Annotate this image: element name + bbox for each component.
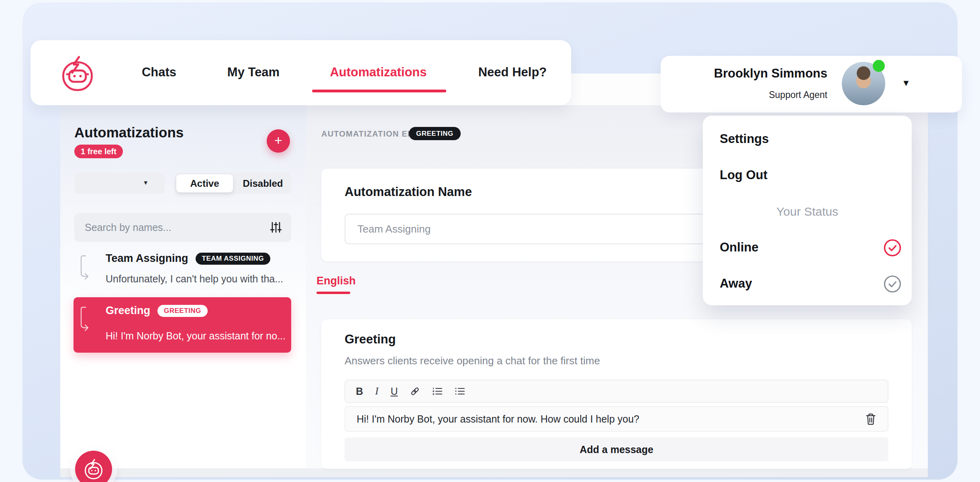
toggle-active[interactable]: Active [176,174,233,192]
active-tab-underline [312,90,446,92]
tab-english[interactable]: English [316,275,356,287]
page: Chats My Team Automatizations Need Help?… [0,0,980,482]
italic-button[interactable]: I [375,386,378,397]
greeting-card-description: Answers clients receive opening a chat f… [345,355,600,367]
your-status-label: Your Status [703,205,912,219]
chevron-down-icon[interactable]: ▼ [902,78,911,88]
nav-item-chats[interactable]: Chats [142,65,176,80]
message-row[interactable]: Hi! I'm Norby Bot, your assistant for no… [345,406,888,432]
menu-item-settings[interactable]: Settings [720,132,769,146]
nav-item-automatizations[interactable]: Automatizations [330,65,427,80]
delete-message-icon[interactable] [865,413,876,425]
add-message-button[interactable]: Add a message [345,437,888,462]
user-dropdown-menu: Settings Log Out Your Status Online Away [703,116,912,305]
automation-title: Team Assigning [106,252,188,265]
user-profile-menu-trigger[interactable]: Brooklyn Simmons Support Agent ▼ [661,56,962,112]
automation-preview: Unfortunately, I can't help you with tha… [106,273,283,285]
menu-item-logout[interactable]: Log Out [720,168,768,182]
top-nav-bar: Chats My Team Automatizations Need Help? [31,40,571,105]
automation-type-badge: GREETING [157,305,208,317]
norby-logo-icon[interactable] [59,55,96,92]
away-check-icon[interactable] [883,275,902,293]
link-icon[interactable] [410,386,420,396]
user-name: Brooklyn Simmons [714,66,828,81]
bold-button[interactable]: B [356,386,363,397]
search-box [74,213,291,242]
language-tab-underline [316,292,350,294]
automation-type-badge: TEAM ASSIGNING [196,253,271,265]
free-left-badge: 1 free left [74,145,123,158]
sidebar-title: Automatizations [74,125,184,141]
toggle-disabled[interactable]: Disabled [235,173,291,194]
online-status-dot [873,60,885,72]
greeting-card-title: Greeting [345,332,396,347]
automation-preview: Hi! I'm Norby Bot, your assistant for no… [106,330,286,342]
ordered-list-icon[interactable] [432,386,443,396]
add-automatization-button[interactable]: + [267,129,290,153]
branch-arrow-icon [79,306,97,333]
filter-sliders-icon[interactable] [270,221,282,234]
automation-item-team-assigning[interactable]: Team Assigning TEAM ASSIGNING Unfortunat… [74,252,291,294]
automation-item-greeting[interactable]: Greeting GREETING Hi! I'm Norby Bot, you… [74,297,291,353]
user-role: Support Agent [769,90,827,100]
greeting-message-card: Greeting Answers clients receive opening… [321,319,912,469]
rich-text-toolbar: B I U [345,380,888,403]
bullet-list-icon[interactable] [455,386,465,396]
status-option-away[interactable]: Away [720,276,752,291]
type-filter-select[interactable]: ▼ [74,173,165,194]
name-card-title: Automatization Name [345,185,472,199]
active-disabled-toggle: Active Disabled [175,173,291,194]
nav-item-my-team[interactable]: My Team [227,65,280,80]
nav-item-need-help[interactable]: Need Help? [478,65,547,80]
automation-title: Greeting [106,304,150,317]
message-text[interactable]: Hi! I'm Norby Bot, your assistant for no… [357,413,865,425]
status-option-online[interactable]: Online [720,240,758,255]
underline-button[interactable]: U [390,386,398,397]
bottom-strip [60,468,928,477]
online-check-icon[interactable] [883,239,902,257]
branch-arrow-icon [79,255,97,281]
chevron-down-icon: ▼ [143,179,149,186]
editor-breadcrumb-badge: GREETING [409,127,461,140]
search-input[interactable] [74,213,291,242]
